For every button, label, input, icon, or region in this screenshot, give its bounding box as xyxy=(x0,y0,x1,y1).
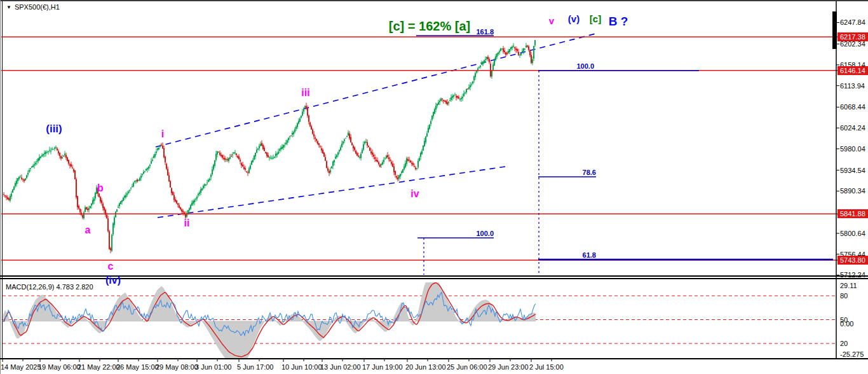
chart-window: ▼SPX500(€),H1 (iii)abciiiiiiivv(v)[c]B ?… xyxy=(0,0,868,374)
time-tick-label: 10 Jun 10:00 xyxy=(281,363,322,371)
price-line-badge: 6146.14 xyxy=(837,66,868,75)
price-tick-label: 5800.64 xyxy=(840,230,865,237)
time-tick-label: 26 May 15:00 xyxy=(116,363,159,371)
price-tick-label: 5980.04 xyxy=(840,145,865,153)
chart-canvas[interactable] xyxy=(0,0,868,374)
price-tick-label: 6068.44 xyxy=(840,103,865,111)
price-line-badge: 5743.80 xyxy=(837,256,868,265)
price-tick-label: 6247.84 xyxy=(840,18,865,26)
time-tick-label: 21 May 22:00 xyxy=(78,363,120,371)
time-tick-label: 29 Jun 23:00 xyxy=(488,363,529,371)
time-tick-label: 5 Jun 17:00 xyxy=(237,363,274,371)
macd-scale-label: -25.275 xyxy=(840,350,864,358)
time-tick-label: 19 May 06:00 xyxy=(38,363,81,371)
fib-level-label: 161.8 xyxy=(476,28,494,36)
price-tick-label: 6113.94 xyxy=(840,82,865,90)
fib-level-label: 100.0 xyxy=(576,62,594,70)
price-tick-label: 6202.34 xyxy=(840,40,865,48)
fib-level-label: 61.8 xyxy=(583,251,596,259)
price-tick-label: 5934.54 xyxy=(840,167,865,174)
price-tick-label: 6024.24 xyxy=(840,124,865,132)
wave-label: (iv) xyxy=(105,275,121,286)
time-tick-label: 17 Jun 19:00 xyxy=(362,363,403,371)
fib-level-label: 78.6 xyxy=(583,169,596,176)
time-tick-label: 25 Jun 06:00 xyxy=(447,363,487,371)
macd-scale-label: 20 xyxy=(840,340,848,347)
price-tick-label: 5712.24 xyxy=(840,271,865,279)
macd-scale-label: 29.11 xyxy=(840,282,857,289)
macd-scale-label: 0.00 xyxy=(840,320,853,328)
fib-level-label: 100.0 xyxy=(476,230,494,237)
price-line-badge: 5841.88 xyxy=(837,209,868,218)
indicator-label: MACD(12,26,9) 4.783 2.820 xyxy=(6,283,93,291)
time-tick-label: 29 May 08:00 xyxy=(156,363,198,371)
time-tick-label: 3 Jun 01:00 xyxy=(195,363,232,371)
time-tick-label: 2 Jul 15:00 xyxy=(529,363,564,371)
time-tick-label: 14 May 2025 xyxy=(1,363,41,371)
price-tick-label: 5890.34 xyxy=(840,187,865,195)
macd-scale-label: 80 xyxy=(840,292,848,300)
time-tick-label: 13 Jun 02:00 xyxy=(320,363,361,371)
time-tick-label: 20 Jun 13:00 xyxy=(405,363,446,371)
